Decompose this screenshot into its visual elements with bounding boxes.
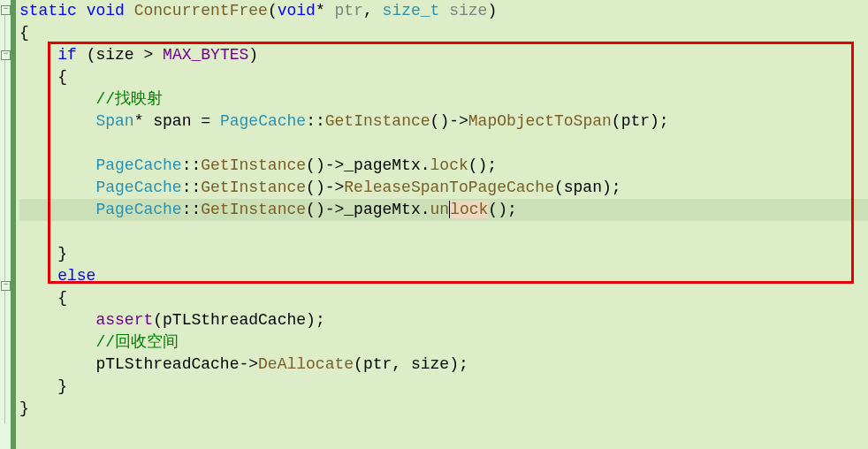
code-line[interactable]: pTLSthreadCache->DeAllocate(ptr, size); [19, 354, 868, 376]
fold-toggle[interactable]: − [1, 281, 11, 291]
code-line[interactable]: { [19, 66, 868, 88]
code-area[interactable]: static void ConcurrentFree(void* ptr, si… [16, 0, 868, 449]
code-line[interactable]: //回收空间 [19, 331, 868, 354]
code-line[interactable]: //找映射 [19, 88, 868, 110]
code-line[interactable]: } [19, 243, 868, 265]
fold-toggle[interactable]: − [1, 50, 11, 60]
code-line[interactable]: } [19, 376, 868, 398]
code-line-current[interactable]: PageCache::GetInstance()->_pageMtx.unloc… [19, 199, 868, 221]
code-line[interactable]: Span* span = PageCache::GetInstance()->M… [19, 110, 868, 133]
code-line[interactable]: PageCache::GetInstance()->_pageMtx.lock(… [19, 155, 868, 177]
code-line[interactable] [19, 133, 868, 155]
code-line[interactable]: PageCache::GetInstance()->ReleaseSpanToP… [19, 177, 868, 199]
code-line[interactable]: static void ConcurrentFree(void* ptr, si… [19, 0, 868, 22]
code-line[interactable]: } [19, 398, 868, 420]
code-line[interactable]: { [19, 287, 868, 309]
code-line[interactable]: { [19, 22, 868, 44]
code-line[interactable] [19, 221, 868, 243]
code-editor: − − − static void ConcurrentFree(void* p… [0, 0, 868, 449]
code-line[interactable]: if (size > MAX_BYTES) [19, 44, 868, 66]
code-line[interactable]: else [19, 265, 868, 287]
fold-gutter: − − − [0, 0, 11, 449]
fold-toggle[interactable]: − [1, 5, 11, 15]
code-line[interactable]: assert(pTLSthreadCache); [19, 309, 868, 331]
